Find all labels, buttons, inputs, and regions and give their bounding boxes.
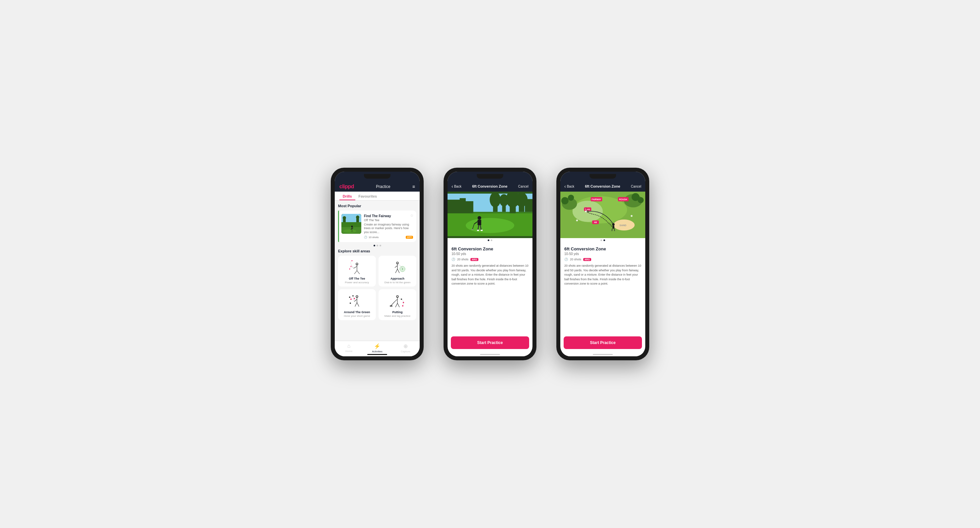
nav-home[interactable]: ⌂ Home: [335, 343, 363, 353]
clock-icon: 🕐: [364, 236, 367, 239]
svg-line-24: [395, 269, 398, 273]
status-bar-2: [447, 172, 533, 181]
phone-home: clippd Practice ≡ Drills Favourites Most…: [331, 168, 424, 360]
dot-inactive-3: [600, 239, 602, 241]
swipe-dots-2: [447, 238, 533, 242]
svg-point-13: [343, 230, 356, 233]
svg-point-7: [351, 226, 353, 228]
skill-putting-name: Putting: [393, 311, 403, 314]
back-chevron-icon-3: ‹: [564, 183, 566, 189]
shots-text-3: 20 shots: [570, 258, 581, 261]
svg-point-6: [356, 215, 359, 219]
skill-approach-desc: Dial-in to hit the green: [385, 281, 410, 284]
phone-detail-photo: ‹ Back 6ft Conversion Zone Cancel: [444, 168, 536, 360]
hamburger-icon[interactable]: ≡: [412, 184, 415, 189]
svg-text:Hit: Hit: [594, 221, 597, 223]
shots-text-2: 20 shots: [457, 258, 468, 261]
nav-capture[interactable]: ⊕ Capture: [391, 343, 420, 353]
clock-icon-2: 🕐: [452, 258, 455, 261]
detail-body-3: 6ft Conversion Zone 10-50 yds 🕐 20 shots…: [560, 242, 645, 333]
nav-home-label: Home: [345, 350, 352, 353]
drill-thumbnail: [341, 214, 361, 234]
capture-nav-icon: ⊕: [403, 343, 408, 349]
cancel-button-2[interactable]: Cancel: [518, 185, 528, 188]
svg-point-83: [561, 197, 569, 204]
detail-header-2: ‹ Back 6ft Conversion Zone Cancel: [447, 181, 533, 191]
tab-favourites[interactable]: Favourites: [355, 191, 380, 200]
badge-arg-2: ARG: [471, 258, 478, 261]
skill-grid: Off The Tee Power and accuracy: [338, 256, 416, 320]
svg-line-43: [398, 303, 399, 307]
svg-rect-73: [471, 229, 473, 230]
svg-line-33: [357, 303, 359, 306]
detail-body-2: 6ft Conversion Zone 10-50 yds 🕐 20 shots…: [447, 242, 533, 333]
nav-activities[interactable]: ⚡ Activities: [363, 343, 391, 353]
status-bar-3: [560, 172, 645, 181]
shots-row-3: 🕐 20 shots ARG: [564, 258, 641, 261]
shots-text: 10 shots: [369, 236, 379, 239]
skill-card-putting[interactable]: Putting Make and lag practice: [379, 289, 416, 320]
popular-card-info: Find The Fairway Off The Tee Create an i…: [364, 214, 413, 239]
svg-text:FAIRWAY: FAIRWAY: [592, 198, 601, 201]
start-practice-button-2[interactable]: Start Practice: [451, 337, 529, 349]
svg-rect-61: [525, 199, 533, 212]
detail-photo-screen: ‹ Back 6ft Conversion Zone Cancel: [447, 172, 533, 356]
detail-title-2: 6ft Conversion Zone: [472, 184, 507, 188]
svg-point-102: [576, 220, 578, 221]
drill-description-2: 20 shots are randomly generated at dista…: [452, 264, 528, 286]
nav-capture-label: Capture: [401, 350, 410, 353]
back-button-2[interactable]: ‹ Back: [452, 183, 461, 189]
skill-atg-desc: Hone your short game: [344, 314, 370, 317]
skill-card-approach[interactable]: Approach Dial-in to hit the green: [379, 256, 416, 287]
skill-putting-desc: Make and lag practice: [385, 314, 410, 317]
back-label-3: Back: [567, 185, 574, 188]
favourite-star-icon[interactable]: ☆: [410, 213, 414, 218]
svg-rect-75: [481, 230, 483, 231]
svg-point-39: [349, 297, 350, 298]
svg-point-86: [638, 197, 644, 203]
svg-rect-99: [612, 225, 614, 228]
svg-line-42: [395, 303, 398, 307]
tab-drills[interactable]: Drills: [339, 191, 355, 200]
popular-card[interactable]: Find The Fairway Off The Tee Create an i…: [338, 211, 416, 242]
badge-ott: OTT: [406, 236, 413, 239]
detail-header-3: ‹ Back 6ft Conversion Zone Cancel: [560, 181, 645, 191]
atg-icon-area: [347, 293, 367, 309]
start-practice-button-3[interactable]: Start Practice: [564, 337, 642, 349]
svg-point-66: [466, 218, 514, 233]
dot-3: [380, 245, 381, 246]
dot-inactive-2: [491, 239, 492, 241]
card-subtitle: Off The Tee: [364, 219, 413, 222]
svg-line-32: [355, 303, 357, 306]
svg-line-16: [354, 271, 357, 274]
most-popular-title: Most Popular: [338, 204, 416, 208]
home-tabs: Drills Favourites: [335, 191, 420, 201]
svg-point-54: [490, 192, 501, 207]
drill-yds-2: 10-50 yds: [452, 252, 528, 256]
detail-map-screen: ‹ Back 6ft Conversion Zone Cancel SAN: [560, 172, 645, 356]
skill-card-ott[interactable]: Off The Tee Power and accuracy: [338, 256, 376, 287]
dot-2: [377, 245, 378, 246]
dot-active-2: [488, 239, 489, 241]
svg-rect-46: [390, 306, 393, 306]
home-screen: clippd Practice ≡ Drills Favourites Most…: [335, 172, 420, 356]
notch: [364, 174, 390, 179]
back-button-3[interactable]: ‹ Back: [564, 183, 574, 189]
shots-row-2: 🕐 20 shots ARG: [452, 258, 528, 261]
svg-point-84: [568, 195, 574, 201]
card-title: Find The Fairway: [364, 214, 413, 218]
home-indicator-3: [593, 354, 613, 355]
svg-point-104: [587, 210, 589, 212]
svg-point-19: [352, 260, 353, 261]
svg-text:ROUGH: ROUGH: [619, 198, 627, 201]
card-description: Create an imaginary fairway using trees …: [364, 223, 413, 234]
svg-line-100: [612, 229, 612, 231]
skill-card-atg[interactable]: Around The Green Hone your short game: [338, 289, 376, 320]
home-nav-icon: ⌂: [347, 343, 351, 349]
approach-icon-area: [388, 259, 407, 276]
drill-title-3: 6ft Conversion Zone: [564, 246, 641, 251]
skill-ott-desc: Power and accuracy: [345, 281, 369, 284]
cancel-button-3[interactable]: Cancel: [631, 185, 641, 188]
svg-line-34: [354, 299, 357, 301]
home-header: clippd Practice ≡: [335, 181, 420, 191]
